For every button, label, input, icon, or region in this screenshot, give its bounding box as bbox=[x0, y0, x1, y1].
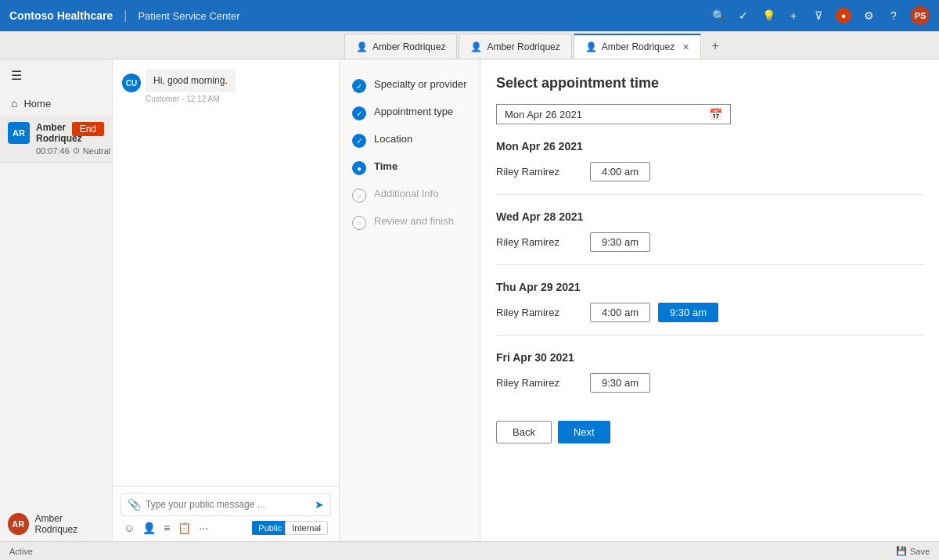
time-slot-mon-400am[interactable]: 4:00 am bbox=[590, 162, 650, 181]
notification-badge: ● bbox=[836, 8, 851, 23]
calendar-icon[interactable]: 📅 bbox=[709, 108, 722, 120]
provider-name-thu: Riley Ramirez bbox=[496, 307, 582, 318]
person-icon[interactable]: 👤 bbox=[142, 522, 156, 534]
nav-buttons: Back Next bbox=[496, 421, 923, 443]
wizard-step-additional-info[interactable]: ○ Additional Info bbox=[340, 181, 480, 209]
plus-icon[interactable]: + bbox=[786, 9, 801, 22]
day-section-fri: Fri Apr 30 2021 Riley Ramirez 9:30 am bbox=[496, 351, 923, 405]
next-button[interactable]: Next bbox=[558, 421, 610, 443]
agent-avatar: AR bbox=[8, 513, 29, 535]
tab-amber-1[interactable]: 👤 Amber Rodriquez bbox=[344, 34, 457, 59]
step-indicator-specialty: ✓ bbox=[352, 79, 366, 93]
save-label: Save bbox=[910, 547, 930, 556]
sidebar-item-home[interactable]: ⌂ Home bbox=[0, 91, 112, 116]
wizard-step-review[interactable]: ○ Review and finish bbox=[340, 209, 480, 236]
chat-input-row: 📎 ➤ bbox=[121, 493, 331, 516]
tab-label-3: Amber Rodriquez bbox=[602, 41, 675, 52]
list-icon[interactable]: ≡ bbox=[164, 522, 170, 534]
day-slots-fri: Riley Ramirez 9:30 am bbox=[496, 373, 923, 393]
conversation-item[interactable]: AR Amber Rodriquez 00:07:46 ⊙ Neutral En… bbox=[0, 116, 112, 163]
step-indicator-additional-info: ○ bbox=[352, 188, 366, 203]
step-indicator-review: ○ bbox=[352, 216, 366, 230]
tabbar: 👤 Amber Rodriquez 👤 Amber Rodriquez 👤 Am… bbox=[0, 31, 939, 59]
day-header-mon: Mon Apr 26 2021 bbox=[496, 140, 923, 153]
public-button[interactable]: Public bbox=[252, 521, 288, 535]
hamburger-menu[interactable]: ☰ bbox=[0, 59, 112, 91]
message-text: Hi, good morning. bbox=[146, 69, 236, 92]
topbar: Contoso Healthcare | Patient Service Cen… bbox=[0, 0, 939, 31]
contact-name: Amber Rodriquez bbox=[36, 122, 66, 144]
chat-input[interactable] bbox=[146, 499, 310, 510]
settings-icon[interactable]: ⚙ bbox=[861, 9, 876, 22]
check-circle-icon[interactable]: ✓ bbox=[736, 9, 751, 22]
step-label-specialty: Specialty or provider bbox=[374, 78, 467, 90]
day-header-fri: Fri Apr 30 2021 bbox=[496, 351, 923, 364]
help-icon[interactable]: ? bbox=[886, 9, 901, 22]
appointment-panel: Select appointment time Mon Apr 26 2021 … bbox=[480, 59, 939, 541]
message-meta: Customer - 12:12 AM bbox=[146, 95, 329, 103]
day-header-thu: Thu Apr 29 2021 bbox=[496, 281, 923, 293]
user-avatar[interactable]: PS bbox=[911, 6, 930, 25]
search-icon[interactable]: 🔍 bbox=[711, 9, 726, 22]
home-icon: ⌂ bbox=[11, 97, 17, 109]
time-slot-wed-930am[interactable]: 9:30 am bbox=[590, 232, 650, 252]
chat-input-area: 📎 ➤ ☺ 👤 ≡ 📋 ··· Public Internal bbox=[113, 486, 339, 541]
sentiment-icon: ⊙ bbox=[73, 145, 80, 156]
chat-messages: CU Hi, good morning. Customer - 12:12 AM bbox=[113, 59, 339, 486]
more-icon[interactable]: ··· bbox=[199, 522, 208, 534]
save-button[interactable]: 💾 Save bbox=[896, 546, 930, 556]
filter-icon[interactable]: ⊽ bbox=[811, 9, 826, 22]
tab-add-button[interactable]: + bbox=[703, 34, 728, 59]
contact-avatar: AR bbox=[8, 122, 30, 144]
time-slot-fri-930am[interactable]: 9:30 am bbox=[590, 373, 650, 393]
panel-title: Select appointment time bbox=[496, 75, 923, 92]
date-picker[interactable]: Mon Apr 26 2021 📅 bbox=[496, 104, 731, 124]
wizard-step-time[interactable]: ● Time bbox=[340, 154, 480, 181]
day-slots-mon: Riley Ramirez 4:00 am bbox=[496, 162, 923, 181]
tab-person-icon-2: 👤 bbox=[470, 41, 482, 52]
tab-person-icon-1: 👤 bbox=[356, 41, 368, 52]
end-button[interactable]: End bbox=[72, 122, 104, 136]
message-bubble: CU Hi, good morning. Customer - 12:12 AM bbox=[122, 69, 329, 103]
agent-item[interactable]: AR Amber Rodriquez bbox=[0, 507, 112, 541]
note-icon[interactable]: 📋 bbox=[178, 522, 191, 534]
lightbulb-icon[interactable]: 💡 bbox=[761, 9, 776, 22]
step-label-review: Review and finish bbox=[374, 215, 454, 227]
time-slot-thu-930am[interactable]: 9:30 am bbox=[658, 303, 718, 322]
wizard-panel: ✓ Specialty or provider ✓ Appointment ty… bbox=[340, 59, 480, 541]
step-indicator-time: ● bbox=[352, 161, 366, 175]
step-indicator-appointment-type: ✓ bbox=[352, 106, 366, 120]
step-label-location: Location bbox=[374, 133, 412, 145]
time-slot-thu-400am[interactable]: 4:00 am bbox=[590, 303, 650, 322]
tab-label-2: Amber Rodriquez bbox=[487, 41, 559, 52]
chat-toolbar: ☺ 👤 ≡ 📋 ··· Public Internal bbox=[121, 521, 331, 535]
conversation-list: AR Amber Rodriquez 00:07:46 ⊙ Neutral En… bbox=[0, 116, 112, 507]
conv-duration: 00:07:46 bbox=[36, 146, 70, 156]
provider-name-mon: Riley Ramirez bbox=[496, 166, 582, 178]
main-layout: ☰ ⌂ Home AR Amber Rodriquez 00:07:46 ⊙ N… bbox=[0, 59, 939, 541]
attach-icon[interactable]: 📎 bbox=[128, 498, 141, 511]
send-icon[interactable]: ➤ bbox=[315, 498, 324, 511]
wizard-step-specialty[interactable]: ✓ Specialty or provider bbox=[340, 72, 480, 99]
customer-avatar: CU bbox=[122, 74, 141, 92]
tab-close-icon[interactable]: ✕ bbox=[682, 42, 689, 52]
back-button[interactable]: Back bbox=[496, 421, 552, 443]
conv-info: Amber Rodriquez 00:07:46 ⊙ Neutral bbox=[36, 122, 66, 156]
step-label-appointment-type: Appointment type bbox=[374, 106, 453, 117]
status-text: Active bbox=[9, 547, 33, 556]
sentiment-label: Neutral bbox=[83, 146, 110, 156]
wizard-step-appointment-type[interactable]: ✓ Appointment type bbox=[340, 99, 480, 127]
step-indicator-location: ✓ bbox=[352, 134, 366, 148]
home-label: Home bbox=[23, 98, 51, 109]
conv-meta: 00:07:46 ⊙ Neutral bbox=[36, 145, 66, 156]
provider-name-wed: Riley Ramirez bbox=[496, 236, 582, 248]
tab-amber-2[interactable]: 👤 Amber Rodriquez bbox=[459, 34, 571, 59]
chat-area: CU Hi, good morning. Customer - 12:12 AM… bbox=[113, 59, 340, 541]
provider-name-fri: Riley Ramirez bbox=[496, 377, 582, 389]
internal-button[interactable]: Internal bbox=[285, 521, 328, 535]
day-header-wed: Wed Apr 28 2021 bbox=[496, 210, 923, 223]
wizard-step-location[interactable]: ✓ Location bbox=[340, 127, 480, 154]
topbar-icons: 🔍 ✓ 💡 + ⊽ ● ⚙ ? PS bbox=[711, 6, 930, 25]
emoji-icon[interactable]: ☺ bbox=[124, 522, 135, 534]
tab-amber-3[interactable]: 👤 Amber Rodriquez ✕ bbox=[574, 34, 701, 59]
